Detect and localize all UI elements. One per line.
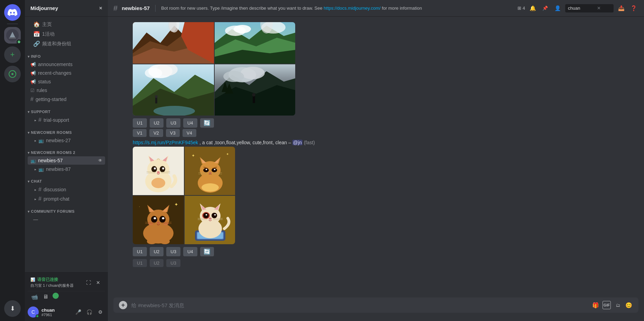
microphone-btn[interactable]: 🎤 <box>73 307 83 317</box>
svg-point-111 <box>206 214 207 215</box>
category-newcomer-rooms-2-label: NEWCOMER ROOMS 2 <box>31 150 75 155</box>
gif-btn[interactable]: GIF <box>603 301 611 309</box>
cat-speed: (fast) <box>304 140 315 145</box>
mountain-image-grid <box>133 22 295 116</box>
search-input[interactable] <box>568 6 596 11</box>
channel-forums-dash[interactable]: — <box>28 215 105 223</box>
channel-newbies-57[interactable]: 📺 newbies-57 👁 <box>28 156 105 165</box>
category-info[interactable]: ▾ INFO <box>25 49 108 60</box>
channel-recent-changes[interactable]: 📢 recent-changes <box>28 69 105 77</box>
svg-point-31 <box>241 67 265 79</box>
emoji-btn[interactable]: 😊 <box>625 301 633 309</box>
nav-home[interactable]: 🏠 主页 <box>28 20 105 29</box>
mountain-u1-btn[interactable]: U1 <box>133 118 147 128</box>
partial-u2-btn[interactable]: U2 <box>150 259 164 267</box>
roles-icon: 🔗 <box>33 40 39 47</box>
svg-point-25 <box>155 95 158 98</box>
channel-prompt-chat[interactable]: ▸ # prompt-chat <box>28 194 105 203</box>
mountain-img-tr <box>215 22 295 64</box>
cat-refresh-btn[interactable]: 🔄 <box>200 247 214 256</box>
channel-announcements[interactable]: 📢 announcements <box>28 60 105 68</box>
category-support[interactable]: ▾ SUPPORT <box>25 104 108 115</box>
channel-rules[interactable]: ☑ rules <box>28 86 105 94</box>
header-actions: ⊞ 4 🔔 📌 👤 ✕ 📥 ❓ <box>517 3 638 13</box>
sticker-btn[interactable]: 🗂 <box>614 301 622 309</box>
voice-disconnect-btn[interactable]: ✕ <box>94 278 102 287</box>
channel-recent-changes-label: recent-changes <box>38 70 72 76</box>
voice-activity-btn[interactable] <box>53 293 59 299</box>
category-community-forums[interactable]: ▾ COMMUNITY FORUMS <box>25 204 108 215</box>
mountain-v4-btn[interactable]: V4 <box>183 129 196 137</box>
channel-newbies-87[interactable]: ▸ 📺 newbies-87 <box>28 165 105 173</box>
newbies-57-notification: 👁 <box>98 158 102 163</box>
pin-btn[interactable]: 📌 <box>540 3 550 13</box>
cat-mention: @jn <box>292 140 302 145</box>
cat-u4-btn[interactable]: U4 <box>183 247 197 256</box>
cat-u3-btn[interactable]: U3 <box>166 247 180 256</box>
notification-settings-btn[interactable]: 🔔 <box>528 3 538 13</box>
voice-expand-btn[interactable]: ⛶ <box>84 278 93 287</box>
mountain-v1-btn[interactable]: V1 <box>133 129 147 137</box>
discord-home-button[interactable] <box>4 4 21 21</box>
svg-point-39 <box>147 159 169 179</box>
cat-u2-btn[interactable]: U2 <box>150 247 164 256</box>
search-bar[interactable]: ✕ <box>565 4 614 12</box>
getting-started-hash-icon: # <box>30 96 34 102</box>
channel-newbies-27[interactable]: ▸ 📺 newbies-27 <box>28 136 105 145</box>
mountain-refresh-btn[interactable]: 🔄 <box>200 118 214 128</box>
channel-discussion[interactable]: ▸ # discussion <box>28 185 105 194</box>
channel-getting-started-label: getting-started <box>36 97 67 102</box>
mountain-u3-btn[interactable]: U3 <box>166 118 180 128</box>
cat-img-bl: ✦ · <box>133 196 184 244</box>
channel-prompt-chat-label: prompt-chat <box>44 196 69 202</box>
cat-image-link[interactable]: https://s.mj.run/PzPmKF945ek <box>133 140 198 145</box>
headphones-btn[interactable]: 🎧 <box>84 307 94 317</box>
channel-header-link[interactable]: https://docs.midjourney.com/ <box>324 6 382 11</box>
channel-newbies-57-label: newbies-57 <box>38 158 63 163</box>
category-chat[interactable]: ▾ CHAT <box>25 174 108 185</box>
nav-roles[interactable]: 🔗 频道和身份组 <box>28 39 105 48</box>
nav-activity[interactable]: 📅 1活动 <box>28 29 105 39</box>
inbox-btn[interactable]: 📥 <box>616 3 626 13</box>
mountain-v3-btn[interactable]: V3 <box>166 129 180 137</box>
channel-trial-support[interactable]: ▸ # trial-support <box>28 116 105 125</box>
help-btn[interactable]: ❓ <box>629 3 638 13</box>
collapse-arrow-trial: ▸ <box>35 118 36 122</box>
messages-area[interactable]: U1 U2 U3 U4 🔄 V1 V2 V3 V4 https://s.mj.r… <box>108 17 644 297</box>
voice-share-screen-btn[interactable]: 🖥 <box>41 293 50 301</box>
cat-u1-btn[interactable]: U1 <box>133 247 147 256</box>
svg-point-48 <box>157 171 160 173</box>
home-icon: 🏠 <box>33 21 39 28</box>
chat-input-box: + 🎁 GIF 🗂 😊 <box>113 297 638 313</box>
partial-u3-btn[interactable]: U3 <box>166 259 180 267</box>
add-members-btn[interactable]: 👤 <box>553 3 562 13</box>
chat-attach-btn[interactable]: + <box>119 301 127 309</box>
server-header[interactable]: Midjourney ✕ <box>25 0 108 17</box>
download-apps-button[interactable]: ⬇ <box>4 300 21 317</box>
server-icon-midjourney[interactable]: 1 <box>4 27 21 44</box>
channel-list: 🏠 主页 📅 1活动 🔗 频道和身份组 ▾ INFO 📢 announcemen… <box>25 17 108 272</box>
partial-u1-btn[interactable]: U1 <box>133 259 147 267</box>
svg-point-94 <box>160 239 170 244</box>
category-newcomer-rooms-2[interactable]: ▾ NEWCOMER ROOMS 2 <box>25 145 108 156</box>
category-newcomer-rooms[interactable]: ▾ NEWCOMER ROOMS <box>25 125 108 136</box>
mountain-u2-btn[interactable]: U2 <box>150 118 164 128</box>
server-rail: 1 + ⬇ <box>0 0 25 321</box>
cat-description: , a cat ,toon,float,yellow, cute,front, … <box>199 140 287 145</box>
add-server-button[interactable]: + <box>4 46 21 63</box>
settings-btn[interactable]: ⚙ <box>95 307 105 317</box>
mountain-v2-btn[interactable]: V2 <box>149 129 163 137</box>
voice-video-btn[interactable]: 📹 <box>30 293 39 301</box>
chat-input-field[interactable] <box>131 302 587 308</box>
explore-servers-button[interactable] <box>4 66 21 82</box>
user-tag: #7961 <box>41 313 71 317</box>
gift-btn[interactable]: 🎁 <box>591 301 600 309</box>
svg-point-67 <box>209 172 212 174</box>
svg-point-15 <box>234 25 251 33</box>
channel-status[interactable]: 📢 status <box>28 77 105 86</box>
channel-getting-started[interactable]: # getting-started <box>28 95 105 104</box>
mountain-img-tl <box>133 22 214 64</box>
mountain-u4-btn[interactable]: U4 <box>183 118 197 128</box>
cat-img-tr: ✦ ✦ <box>185 147 235 195</box>
svg-point-83 <box>159 216 166 223</box>
